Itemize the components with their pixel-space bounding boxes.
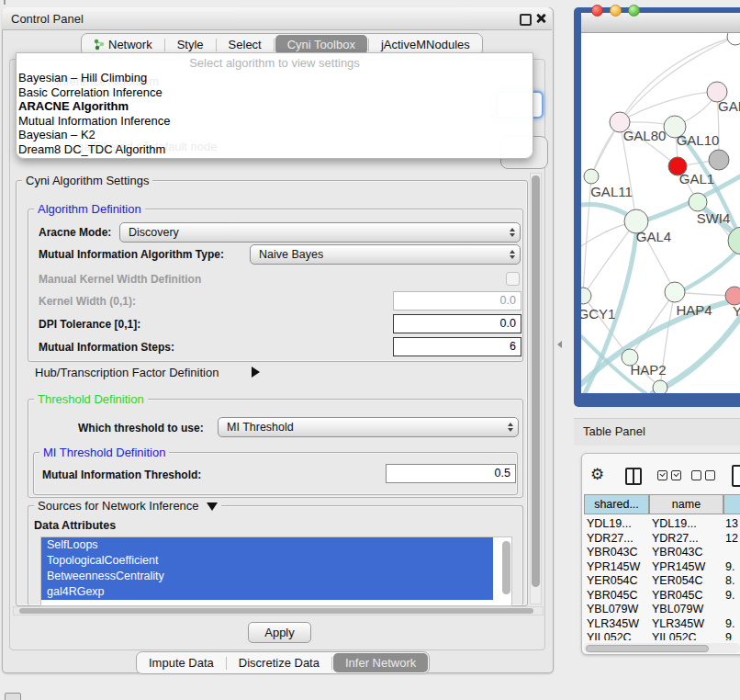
mi-algorithm-type-select[interactable]: Naive Bayes bbox=[250, 244, 521, 265]
deselect-all-checkboxes-icon[interactable] bbox=[691, 470, 715, 480]
network-node-gal1[interactable] bbox=[689, 193, 707, 211]
function-builder-icon[interactable] bbox=[732, 465, 740, 487]
bottom-tab-infer-network[interactable]: Infer Network bbox=[333, 653, 428, 672]
hub-definition-toggle[interactable]: Hub/Transcription Factor Definition bbox=[35, 366, 219, 379]
select-all-checkboxes-icon[interactable] bbox=[657, 470, 681, 480]
mi-threshold-field[interactable]: 0.5 bbox=[386, 464, 516, 483]
expand-arrow-icon[interactable] bbox=[252, 367, 260, 378]
network-node[interactable] bbox=[709, 150, 729, 170]
node-label-gal1: GAL1 bbox=[679, 171, 714, 186]
node-label-gal80: GAL80 bbox=[623, 128, 667, 143]
list-scrollbar[interactable] bbox=[502, 539, 510, 598]
table-cell: YER054C bbox=[587, 574, 638, 589]
zoom-traffic-light-icon[interactable] bbox=[628, 5, 640, 17]
bottom-tab-impute-data[interactable]: Impute Data bbox=[137, 653, 226, 672]
apply-button[interactable]: Apply bbox=[248, 622, 311, 643]
aracne-mode-select[interactable]: Discovery bbox=[119, 222, 521, 243]
attribute-item-selfloops[interactable]: SelfLoops bbox=[41, 537, 493, 553]
close-traffic-light-icon[interactable] bbox=[591, 5, 603, 17]
algorithm-option-basic-correlation-inference[interactable]: Basic Correlation Inference bbox=[18, 85, 533, 100]
algorithm-option-aracne-algorithm[interactable]: ARACNE Algorithm bbox=[18, 99, 533, 114]
close-icon[interactable] bbox=[535, 13, 546, 24]
column-header-shared[interactable]: shared... bbox=[584, 494, 649, 514]
table-cell: 9. bbox=[725, 617, 734, 632]
algorithm-option-bayesian-hill-climbing[interactable]: Bayesian – Hill Climbing bbox=[18, 71, 533, 85]
node-label-gcy1: GCY1 bbox=[581, 306, 615, 322]
window-edge-artifact bbox=[4, 0, 6, 5]
table-panel-title: Table Panel bbox=[583, 424, 645, 438]
table-row[interactable]: YLR345WYLR345W9. bbox=[581, 617, 740, 632]
table-horizontal-scrollbar[interactable] bbox=[584, 643, 740, 653]
network-node-y[interactable] bbox=[725, 287, 740, 305]
table-cell: YER054C bbox=[652, 574, 703, 589]
mi-steps-field[interactable]: 6 bbox=[393, 337, 521, 356]
panel-divider-grip-icon[interactable] bbox=[557, 341, 562, 348]
table-row[interactable]: YDL19...YDL19...13 bbox=[581, 517, 740, 532]
collapse-arrow-icon[interactable] bbox=[207, 502, 218, 511]
manual-kernel-width-checkbox[interactable] bbox=[506, 272, 520, 286]
table-cell: YLR345W bbox=[652, 617, 704, 632]
network-window-titlebar[interactable] bbox=[581, 13, 740, 33]
bottom-left-partial-icon[interactable] bbox=[5, 693, 21, 700]
network-graph[interactable]: GALGAL80GAL10GAL11GAL1GAL4SWI4HAP4YGCY1H… bbox=[581, 33, 740, 393]
table-row[interactable]: YPR145WYPR145W9. bbox=[581, 560, 740, 575]
network-edge[interactable] bbox=[653, 309, 740, 393]
minimize-traffic-light-icon[interactable] bbox=[610, 5, 622, 17]
column-layout-icon[interactable] bbox=[625, 468, 642, 485]
dpi-tolerance-field[interactable]: 0.0 bbox=[393, 314, 521, 333]
tab-cyni-toolbox[interactable]: Cyni Toolbox bbox=[275, 35, 367, 54]
algorithm-option-bayesian-k2[interactable]: Bayesian – K2 bbox=[18, 128, 533, 142]
bottom-tabbar: Impute DataDiscretize DataInfer Network bbox=[136, 651, 430, 674]
control-panel-titlebar[interactable] bbox=[2, 7, 552, 30]
hub-definition-label: Hub/Transcription Factor Definition bbox=[35, 366, 219, 379]
algorithm-option-mutual-information-inference[interactable]: Mutual Information Inference bbox=[18, 114, 533, 129]
manual-kernel-width-label: Manual Kernel Width Definition bbox=[39, 273, 201, 286]
sources-group-title: Sources for Network Inference bbox=[34, 499, 221, 513]
algorithm-definition-title: Algorithm Definition bbox=[34, 202, 145, 216]
table-cell: 8. bbox=[725, 574, 734, 589]
table-row[interactable]: YIL052CYIL052C9 bbox=[581, 631, 740, 640]
network-node-hap4[interactable] bbox=[665, 282, 685, 302]
network-node-gal11[interactable] bbox=[584, 169, 599, 184]
attribute-item-topologicalcoefficient[interactable]: TopologicalCoefficient bbox=[41, 553, 493, 569]
network-tab-icon bbox=[94, 39, 105, 51]
float-window-icon[interactable] bbox=[520, 14, 532, 26]
mi-algorithm-type-label: Mutual Information Algorithm Type: bbox=[39, 248, 224, 261]
kernel-width-field[interactable]: 0.0 bbox=[393, 291, 521, 310]
node-label-hap4: HAP4 bbox=[676, 302, 712, 318]
table-row[interactable]: YER054CYER054C8. bbox=[581, 574, 740, 589]
table-row[interactable]: YBL079WYBL079W bbox=[581, 603, 740, 617]
table-row[interactable]: YBR043CYBR043C bbox=[581, 546, 740, 560]
table-cell: 9. bbox=[725, 560, 734, 575]
bottom-tab-discretize-data[interactable]: Discretize Data bbox=[227, 653, 331, 672]
table-settings-gear-icon[interactable]: ⚙ bbox=[590, 467, 604, 482]
tab-network[interactable]: Network bbox=[82, 35, 164, 54]
attribute-item-betweennesscentrality[interactable]: BetweennessCentrality bbox=[41, 569, 493, 584]
settings-vertical-scrollbar[interactable] bbox=[530, 173, 542, 604]
tab-separator bbox=[274, 39, 275, 51]
combo-arrows-icon bbox=[505, 228, 520, 237]
network-node-gcy1[interactable] bbox=[581, 288, 591, 304]
sources-title-text: Sources for Network Inference bbox=[38, 499, 199, 513]
node-label-gal10: GAL10 bbox=[677, 132, 720, 148]
network-node[interactable] bbox=[727, 33, 740, 45]
tab-select[interactable]: Select bbox=[217, 35, 274, 54]
settings-horizontal-scrollbar[interactable] bbox=[13, 606, 544, 615]
column-header-col2[interactable] bbox=[723, 494, 740, 514]
which-threshold-select[interactable]: MI Threshold bbox=[218, 417, 519, 437]
algorithm-options-list: Bayesian – Hill ClimbingBasic Correlatio… bbox=[17, 71, 533, 156]
tab-jactivemnodules[interactable]: jActiveMNodules bbox=[369, 35, 482, 54]
algorithm-option-dream8-dc-tdc-algorithm[interactable]: Dream8 DC_TDC Algorithm bbox=[18, 142, 533, 157]
table-row[interactable]: YDR27...YDR27...12 bbox=[581, 532, 740, 547]
tab-jactivemnodules-label: jActiveMNodules bbox=[381, 35, 470, 54]
mi-threshold-label: Mutual Information Threshold: bbox=[42, 469, 201, 481]
attribute-item-gal4rgexp[interactable]: gal4RGexp bbox=[41, 584, 493, 600]
data-attributes-list[interactable]: SelfLoopsTopologicalCoefficientBetweenne… bbox=[40, 536, 512, 606]
table-cell: 12 bbox=[725, 532, 738, 547]
column-header-name[interactable]: name bbox=[649, 494, 723, 514]
network-node[interactable] bbox=[653, 380, 667, 393]
network-edge[interactable] bbox=[676, 247, 740, 294]
table-cell: YPR145W bbox=[652, 560, 705, 575]
tab-style[interactable]: Style bbox=[165, 35, 216, 54]
table-row[interactable]: YBR045CYBR045C9. bbox=[581, 589, 740, 604]
